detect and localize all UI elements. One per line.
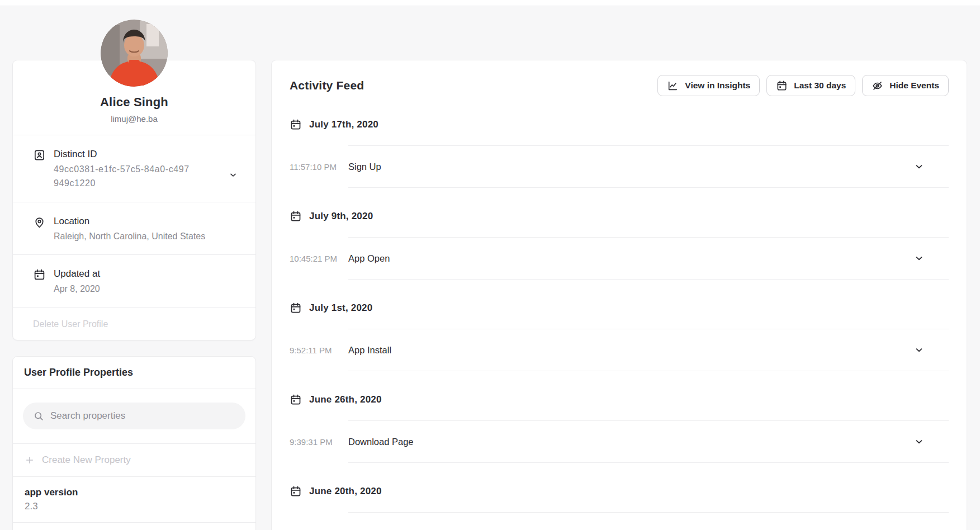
calendar-icon (33, 268, 54, 307)
view-in-insights-button[interactable]: View in Insights (657, 75, 760, 96)
event-date-header: July 17th, 2020 (290, 119, 949, 131)
event-row: 9:52:11 PM App Install (290, 329, 949, 371)
search-box[interactable] (23, 403, 245, 429)
avatar (101, 20, 168, 87)
properties-header: User Profile Properties (13, 357, 255, 389)
event-expand-button[interactable] (914, 345, 924, 355)
event-expand-button[interactable] (914, 437, 924, 447)
hide-events-button[interactable]: Hide Events (862, 75, 949, 96)
location-pin-icon (33, 215, 54, 254)
hide-events-label: Hide Events (889, 81, 939, 91)
event-expand-button[interactable] (914, 253, 924, 263)
field-location: Location Raleigh, North Carolina, United… (13, 202, 255, 255)
calendar-icon (290, 302, 302, 314)
property-item: app version 2.3 (13, 477, 255, 523)
event-row (290, 512, 949, 530)
event-time: 9:52:11 PM (290, 346, 348, 355)
field-label: Distinct ID (54, 148, 229, 160)
date-range-label: Last 30 days (794, 81, 846, 91)
chevron-down-icon (914, 437, 924, 447)
properties-search-section (13, 389, 255, 444)
event-name: App Install (348, 345, 391, 356)
event-body: App Install (348, 329, 949, 371)
user-profile-page: Alice Singh limuj@he.ba Distinct ID 49cc… (0, 0, 980, 530)
distinct-id-expand-button[interactable] (229, 171, 244, 179)
chevron-down-icon (229, 171, 244, 179)
calendar-icon (290, 210, 302, 223)
event-body: Sign Up (348, 145, 949, 188)
avatar-photo (101, 20, 168, 87)
field-label: Updated at (54, 268, 229, 280)
chevron-down-icon (914, 345, 924, 355)
delete-user-profile-row: Delete User Profile (13, 308, 255, 340)
plus-icon (25, 455, 35, 465)
event-time: 9:39:31 PM (290, 437, 348, 447)
event-date-header: July 9th, 2020 (290, 210, 949, 223)
properties-title: User Profile Properties (24, 367, 133, 378)
event-row: 10:45:21 PM App Open (290, 237, 949, 280)
field-distinct-id: Distinct ID 49cc0381-e1fc-57c5-84a0-c497… (13, 135, 255, 202)
event-date-header: July 1st, 2020 (290, 302, 949, 314)
calendar-icon (776, 80, 788, 92)
activity-feed-card: Activity Feed View in Insights (271, 60, 967, 530)
event-name: Download Page (348, 437, 414, 447)
date-range-button[interactable]: Last 30 days (766, 75, 855, 96)
property-value: 2.3 (25, 501, 244, 512)
event-date-label: July 1st, 2020 (309, 302, 372, 314)
field-label: Location (54, 215, 229, 228)
calendar-icon (290, 394, 302, 406)
chevron-down-icon (914, 162, 924, 172)
eye-off-icon (872, 80, 883, 92)
insights-chart-icon (667, 80, 679, 92)
search-properties-input[interactable] (50, 410, 235, 422)
top-bar (0, 0, 980, 6)
activity-feed-title: Activity Feed (290, 79, 364, 92)
activity-feed-header: Activity Feed View in Insights (290, 60, 949, 96)
event-date-header: June 20th, 2020 (290, 485, 949, 498)
activity-feed-actions: View in Insights Last 30 days (657, 75, 949, 96)
calendar-icon (290, 119, 302, 131)
event-group: July 1st, 2020 9:52:11 PM App Install (290, 302, 949, 371)
profile-name: Alice Singh (24, 95, 244, 110)
event-time: 11:57:10 PM (290, 162, 348, 172)
event-name: App Open (348, 253, 390, 264)
event-body: App Open (348, 237, 949, 280)
profile-card: Alice Singh limuj@he.ba Distinct ID 49cc… (12, 60, 256, 340)
id-badge-icon (33, 148, 54, 202)
event-body: Download Page (348, 420, 949, 463)
create-property-row: Create New Property (13, 444, 255, 477)
user-profile-properties-card: User Profile Properties (12, 356, 256, 530)
event-date-label: July 17th, 2020 (309, 119, 378, 130)
field-value: Raleigh, North Carolina, United States (54, 229, 229, 243)
event-body (348, 512, 949, 530)
event-group: June 26th, 2020 9:39:31 PM Download Page (290, 394, 949, 463)
create-new-property-label: Create New Property (42, 455, 131, 466)
event-date-label: June 26th, 2020 (309, 394, 382, 405)
event-group: July 9th, 2020 10:45:21 PM App Open (290, 210, 949, 280)
profile-email: limuj@he.ba (24, 114, 244, 124)
event-row: 11:57:10 PM Sign Up (290, 145, 949, 188)
event-date-label: June 20th, 2020 (309, 486, 382, 497)
search-icon (33, 410, 44, 422)
event-name: Sign Up (348, 162, 381, 172)
field-value: 49cc0381-e1fc-57c5-84a0-c497949c1220 (54, 162, 195, 190)
calendar-icon (290, 485, 302, 498)
property-name: app version (25, 487, 244, 498)
event-date-header: June 26th, 2020 (290, 394, 949, 406)
chevron-down-icon (914, 253, 924, 263)
event-row: 9:39:31 PM Download Page (290, 420, 949, 463)
event-group: June 20th, 2020 (290, 485, 949, 530)
field-value: Apr 8, 2020 (54, 282, 229, 296)
view-in-insights-label: View in Insights (685, 81, 750, 91)
field-updated-at: Updated at Apr 8, 2020 (13, 255, 255, 308)
event-group: July 17th, 2020 11:57:10 PM Sign Up (290, 119, 949, 188)
event-time: 10:45:21 PM (290, 254, 348, 263)
create-new-property-button[interactable]: Create New Property (25, 455, 131, 466)
event-expand-button[interactable] (914, 162, 924, 172)
event-date-label: July 9th, 2020 (309, 211, 373, 222)
delete-user-profile-button[interactable]: Delete User Profile (33, 319, 108, 329)
